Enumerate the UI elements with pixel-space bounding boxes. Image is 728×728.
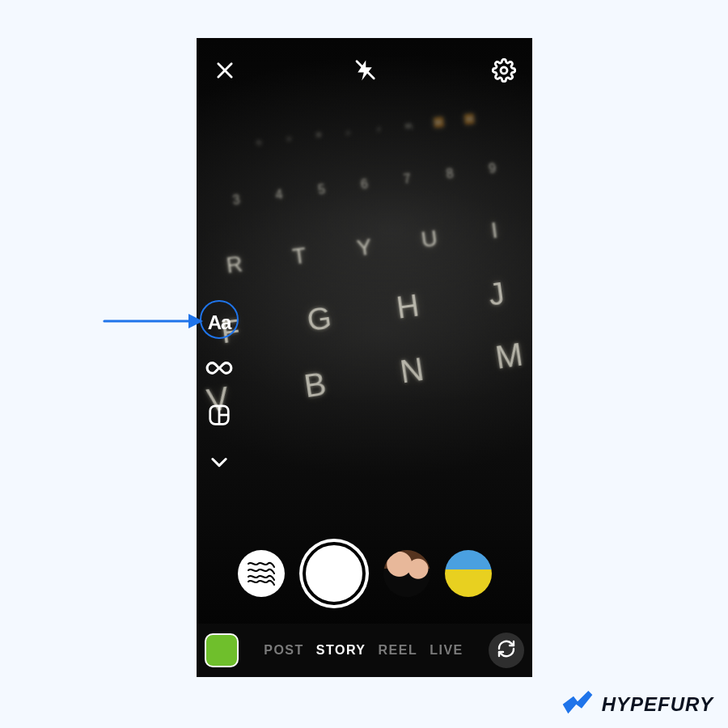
camera-top-bar bbox=[197, 38, 532, 103]
effect-face[interactable] bbox=[383, 550, 430, 597]
create-tools-rail: Aa bbox=[201, 305, 237, 481]
expand-tools[interactable] bbox=[201, 446, 237, 481]
hypefury-watermark: HYPEFURY bbox=[561, 689, 713, 720]
kbd-row-num: 3456789 bbox=[197, 157, 531, 212]
flash-off-icon bbox=[353, 58, 377, 83]
hypefury-name: HYPEFURY bbox=[602, 693, 713, 716]
svg-point-4 bbox=[501, 67, 507, 74]
phone-screen: ⎋☼☀⌕♪⏯⏩⏪ 3456789 RTYUI FGHJ VBNM bbox=[197, 38, 532, 677]
settings-button[interactable] bbox=[485, 52, 523, 89]
mode-live[interactable]: LIVE bbox=[430, 643, 463, 658]
text-tool-label: Aa bbox=[208, 311, 231, 334]
effect-landscape[interactable] bbox=[445, 550, 492, 597]
effect-wave[interactable] bbox=[238, 550, 285, 597]
mode-reel[interactable]: REEL bbox=[379, 643, 418, 658]
flash-toggle[interactable] bbox=[346, 52, 383, 89]
mode-bar: POST STORY REEL LIVE bbox=[197, 624, 532, 677]
chevron-down-icon bbox=[208, 451, 231, 476]
kbd-row-bot: VBNM bbox=[197, 330, 532, 425]
kbd-row-home: FGHJ bbox=[197, 269, 532, 357]
close-icon bbox=[214, 59, 236, 82]
mode-post[interactable]: POST bbox=[264, 643, 304, 658]
gear-icon bbox=[492, 58, 516, 83]
effects-carousel[interactable] bbox=[197, 533, 532, 614]
gallery-button[interactable] bbox=[205, 633, 239, 667]
kbd-row-top: RTYUI bbox=[197, 212, 532, 284]
infinity-icon bbox=[205, 354, 233, 385]
layout-tool[interactable] bbox=[201, 399, 237, 434]
boomerang-tool[interactable] bbox=[201, 352, 237, 387]
mode-tabs: POST STORY REEL LIVE bbox=[239, 643, 489, 658]
hypefury-bird-icon bbox=[561, 689, 594, 720]
text-tool[interactable]: Aa bbox=[201, 305, 237, 341]
wave-icon bbox=[245, 556, 277, 591]
shutter-button[interactable] bbox=[299, 539, 369, 608]
kbd-row-fn: ⎋☼☀⌕♪⏯⏩⏪ bbox=[205, 109, 523, 152]
camera-flip-button[interactable] bbox=[489, 633, 524, 668]
camera-flip-icon bbox=[497, 639, 516, 662]
close-button[interactable] bbox=[206, 52, 243, 89]
mode-story[interactable]: STORY bbox=[316, 643, 366, 658]
annotation-arrow bbox=[101, 309, 206, 333]
layout-icon bbox=[207, 403, 231, 430]
